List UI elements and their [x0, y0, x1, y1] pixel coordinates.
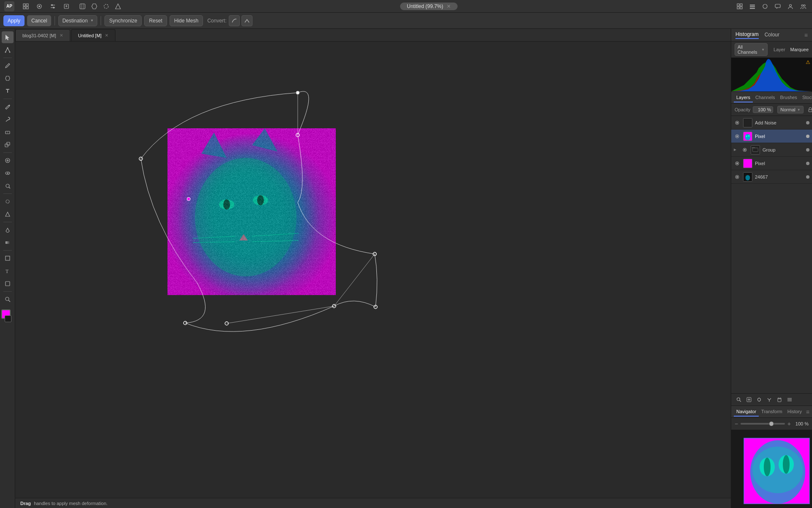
mesh-handle-lower-left[interactable] — [184, 321, 187, 325]
layers-tab[interactable]: Layers — [734, 93, 753, 102]
visibility-icon-3[interactable] — [734, 161, 741, 166]
pb-adjust-icon[interactable] — [755, 395, 763, 404]
tool-shape[interactable] — [2, 278, 14, 290]
pb-search-icon[interactable] — [735, 395, 743, 404]
layer-item-add-noise[interactable]: Add Noise — [731, 116, 812, 130]
opacity-input[interactable] — [753, 106, 773, 113]
synchronize-button[interactable]: Synchronize — [104, 15, 142, 26]
canvas-image — [167, 128, 336, 295]
tool-brush[interactable] — [2, 113, 14, 125]
layer-item-group[interactable]: ▶ Group — [731, 143, 812, 157]
layer-lock-icon[interactable] — [806, 105, 812, 114]
channels-dropdown[interactable]: All Channels ▼ — [735, 43, 768, 56]
visibility-icon-0[interactable] — [734, 120, 741, 125]
svg-rect-24 — [750, 8, 755, 9]
convert-line-icon[interactable] — [229, 15, 240, 26]
mesh-handle-bottom-right[interactable] — [374, 305, 377, 309]
right-icon-layers[interactable] — [748, 2, 757, 11]
right-icon-person[interactable] — [786, 2, 795, 11]
visibility-icon-4[interactable] — [734, 174, 741, 179]
mesh-handle-left-top[interactable] — [139, 157, 143, 160]
tool-pointer[interactable] — [2, 31, 14, 43]
tool-node[interactable] — [2, 44, 14, 56]
tool-clone[interactable] — [2, 139, 14, 151]
navigator-tab[interactable]: Navigator — [734, 407, 759, 417]
mesh-handle-right[interactable] — [373, 252, 376, 256]
nav-zoom-slider[interactable] — [741, 423, 785, 425]
tool-crop[interactable] — [2, 252, 14, 264]
title-close[interactable]: ✕ — [447, 3, 451, 9]
pb-merge-icon[interactable] — [765, 395, 774, 404]
toolbar-separator-2 — [101, 16, 101, 25]
menu-icon-settings[interactable] — [35, 2, 44, 11]
layer-item-pixel-2[interactable]: Pixel — [731, 157, 812, 170]
pb-add-icon[interactable] — [745, 395, 753, 404]
tool-zoom[interactable] — [2, 293, 14, 305]
nav-zoom-out[interactable]: − — [735, 420, 738, 427]
tool-pencil[interactable] — [2, 101, 14, 113]
mesh-handle-bottom-mid[interactable] — [332, 304, 336, 308]
tool-dodge[interactable] — [2, 180, 14, 192]
histogram-tab[interactable]: Histogram — [735, 31, 759, 39]
tool-type[interactable]: T — [2, 265, 14, 277]
tab-1-close[interactable]: ✕ — [60, 33, 63, 38]
canvas-view[interactable] — [15, 41, 731, 498]
visibility-icon-1[interactable] — [734, 134, 741, 139]
tool-eraser[interactable] — [2, 126, 14, 138]
histogram-svg — [731, 58, 812, 91]
tool-move-icon[interactable] — [90, 2, 99, 11]
tool-sharpen[interactable] — [2, 208, 14, 220]
tool-gradient[interactable] — [2, 237, 14, 248]
brushes-tab[interactable]: Brushes — [778, 93, 800, 102]
right-icon-person2[interactable] — [798, 2, 808, 11]
menu-icon-sliders[interactable] — [48, 2, 58, 11]
nav-expand[interactable]: ≡ — [806, 409, 809, 415]
canvas-tab-1[interactable]: blog31-0402 [M] ✕ — [15, 29, 70, 41]
stock-tab[interactable]: Stock — [800, 93, 812, 102]
destination-dropdown[interactable]: Destination ▼ — [58, 15, 97, 26]
tool-blur[interactable] — [2, 196, 14, 207]
pb-more-icon[interactable] — [785, 395, 794, 404]
tool-select-icon[interactable] — [78, 2, 87, 11]
layer-item-pixel-1[interactable]: Pixel — [731, 130, 812, 143]
convert-angle-icon[interactable] — [241, 15, 252, 26]
tool-lasso-icon[interactable] — [102, 2, 111, 11]
tool-text[interactable] — [2, 85, 14, 97]
mesh-handle-top[interactable] — [296, 91, 299, 94]
right-icon-chat[interactable] — [773, 2, 782, 11]
colour-tab[interactable]: Colour — [765, 32, 779, 39]
menu-icon-export[interactable] — [62, 2, 71, 11]
layer-sub-tab[interactable]: Layer — [774, 47, 785, 52]
background-color[interactable] — [5, 315, 11, 322]
apply-button[interactable]: Apply — [3, 15, 25, 26]
tab-2-close[interactable]: ✕ — [105, 33, 108, 38]
cancel-button[interactable]: Cancel — [27, 15, 51, 26]
blend-mode-dropdown[interactable]: Normal ▼ — [777, 106, 803, 113]
hide-mesh-button[interactable]: Hide Mesh — [170, 15, 203, 26]
nav-slider-thumb — [769, 421, 774, 426]
history-tab[interactable]: History — [785, 407, 804, 417]
tool-bucket[interactable] — [2, 224, 14, 236]
histogram-controls: All Channels ▼ Layer Marquee — [731, 41, 812, 58]
nav-zoom-in[interactable]: + — [787, 420, 791, 427]
channels-tab[interactable]: Channels — [753, 93, 777, 102]
layer-item-24667[interactable]: 24667 — [731, 170, 812, 184]
right-icon-circle[interactable] — [760, 2, 770, 11]
right-icon-grid[interactable] — [735, 2, 744, 11]
marquee-sub-tab[interactable]: Marquee — [790, 47, 809, 52]
visibility-icon-2[interactable] — [741, 147, 748, 152]
mesh-handle-bottom-left[interactable] — [225, 322, 228, 325]
histogram-expand[interactable]: ≡ — [804, 32, 808, 39]
pb-delete-icon[interactable] — [775, 395, 784, 404]
reset-button[interactable]: Reset — [144, 15, 167, 26]
svg-point-52 — [5, 297, 9, 301]
transform-tab[interactable]: Transform — [759, 407, 785, 417]
tool-paint[interactable] — [2, 60, 14, 72]
tool-healing[interactable] — [2, 155, 14, 166]
menu-icon-grid[interactable] — [21, 2, 30, 11]
tool-fill[interactable] — [2, 72, 14, 84]
tool-redeye[interactable] — [2, 167, 14, 179]
canvas-tab-2[interactable]: Untitled [M] ✕ — [71, 29, 116, 41]
histogram-section: Histogram Colour ≡ All Channels ▼ Layer … — [731, 29, 812, 92]
tool-transform-icon[interactable] — [113, 2, 123, 11]
